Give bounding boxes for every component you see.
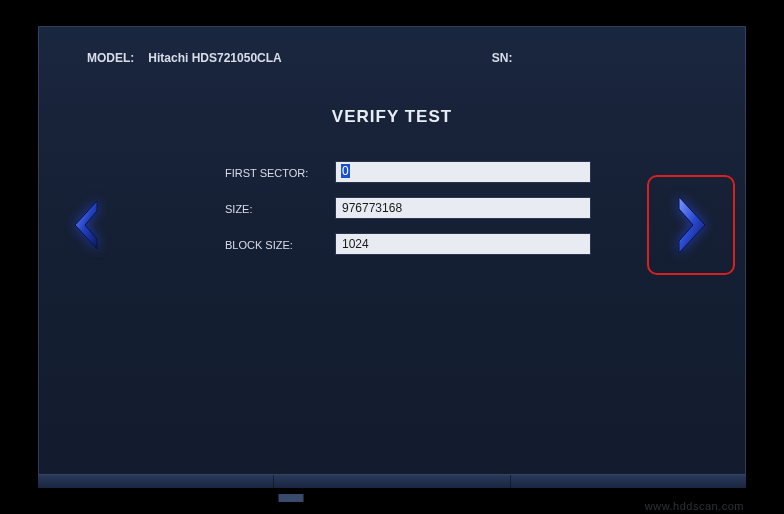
size-label: SIZE: [225, 201, 335, 215]
size-input[interactable] [335, 197, 591, 219]
drive-info-header: MODEL: Hitachi HDS721050CLA SN: [39, 51, 745, 65]
sn-label: SN: [492, 51, 513, 65]
block-size-input[interactable] [335, 233, 591, 255]
status-segment [511, 475, 746, 488]
model-label: MODEL: [87, 51, 134, 65]
model-value: Hitachi HDS721050CLA [148, 51, 281, 65]
block-size-label: BLOCK SIZE: [225, 237, 335, 251]
first-sector-label: FIRST SECTOR: [225, 165, 335, 179]
content-area: FIRST SECTOR: 0 SIZE: BLOCK SIZE: [39, 161, 745, 401]
chevron-left-icon [71, 199, 103, 251]
chevron-right-icon [671, 193, 711, 257]
watermark-text: www.hddscan.com [645, 500, 744, 512]
page-title: VERIFY TEST [39, 107, 745, 127]
next-button[interactable] [647, 175, 735, 275]
bottom-status-bar [38, 474, 746, 488]
prev-button[interactable] [63, 189, 111, 261]
status-segment [274, 475, 510, 488]
dialog-panel: MODEL: Hitachi HDS721050CLA SN: VERIFY T… [38, 26, 746, 478]
first-sector-input[interactable] [335, 161, 591, 183]
scroll-handle[interactable] [278, 494, 304, 502]
status-segment [38, 475, 274, 488]
